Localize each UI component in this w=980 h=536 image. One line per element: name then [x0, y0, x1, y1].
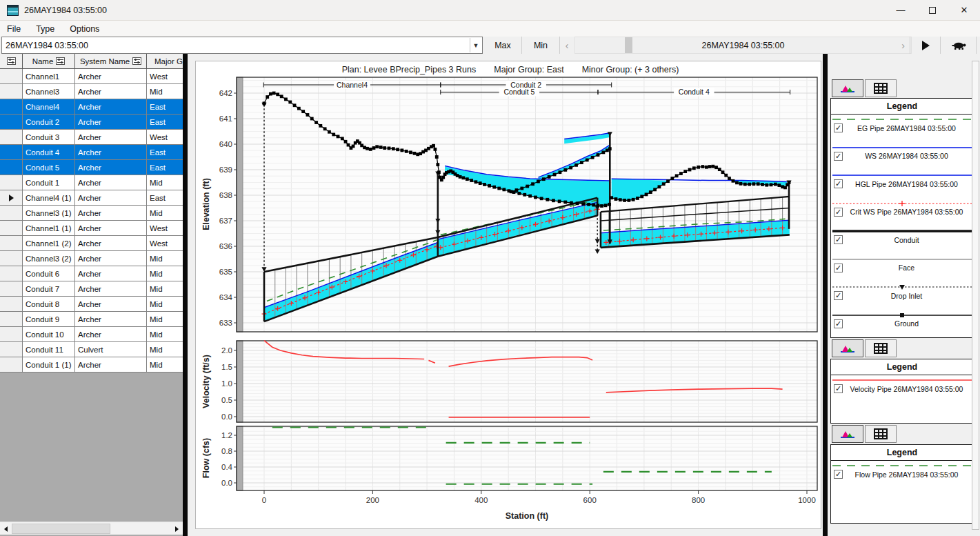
legend-item: ✓WS 26MAY1984 03:55:00 [831, 143, 973, 171]
legend-sample-line [831, 143, 973, 152]
legend-item-label: Velocity Pipe 26MAY1984 03:55:00 [843, 385, 970, 393]
svg-text:642: 642 [219, 89, 232, 97]
legend-checkbox[interactable]: ✓ [834, 235, 843, 244]
legend-title: Legend [831, 359, 973, 375]
svg-text:1.5: 1.5 [221, 363, 232, 371]
legend-checkbox[interactable]: ✓ [834, 291, 843, 300]
legend-sample-line [831, 461, 973, 470]
legend-sample-line [831, 375, 973, 384]
legend-checkbox[interactable]: ✓ [834, 319, 843, 328]
svg-text:1000: 1000 [798, 496, 816, 504]
legend-item: ✓Velocity Pipe 26MAY1984 03:55:00 [831, 375, 973, 414]
svg-text:Channel4: Channel4 [337, 81, 368, 89]
legend-item-label: HGL Pipe 26MAY1984 03:55:00 [843, 180, 970, 188]
legend-sample-line [831, 310, 973, 319]
svg-text:Conduit 4: Conduit 4 [679, 88, 710, 96]
table-icon [874, 83, 888, 94]
legend-sample-line [831, 170, 973, 179]
table-view-tab[interactable] [865, 425, 897, 443]
legend-sample-line [831, 226, 973, 235]
legend-checkbox[interactable]: ✓ [834, 264, 843, 272]
svg-text:635: 635 [219, 268, 232, 276]
legend-sample-line [831, 115, 973, 123]
svg-text:Station (ft): Station (ft) [506, 511, 548, 521]
legend-item-label: WS 26MAY1984 03:55:00 [843, 152, 970, 160]
legend-item-label: Flow Pipe 26MAY1984 03:55:00 [843, 470, 970, 479]
legend-checkbox[interactable]: ✓ [834, 384, 843, 393]
legend-item-label: EG Pipe 26MAY1984 03:55:00 [843, 124, 970, 132]
splitter-right[interactable] [823, 54, 828, 536]
chart-icon [840, 343, 855, 354]
svg-text:636: 636 [219, 242, 232, 250]
svg-text:1.0: 1.0 [221, 379, 232, 388]
svg-text:641: 641 [219, 115, 232, 123]
svg-text:0.0: 0.0 [221, 479, 232, 487]
table-view-tab[interactable] [865, 339, 897, 357]
legend-sample-line [831, 282, 973, 291]
legend-box: Legend✓EG Pipe 26MAY1984 03:55:00✓WS 26M… [830, 98, 974, 338]
svg-text:638: 638 [219, 191, 232, 199]
legend-checkbox[interactable]: ✓ [834, 152, 843, 161]
svg-text:Flow (cfs): Flow (cfs) [201, 438, 211, 478]
chart-icon [840, 83, 855, 94]
legend-tab-row [832, 79, 897, 97]
svg-text:0.8: 0.8 [221, 447, 232, 455]
legend-item: ✓Crit WS Pipe 26MAY1984 03:55:00 [831, 199, 973, 227]
legend-title: Legend [831, 445, 973, 461]
svg-text:0.4: 0.4 [221, 463, 233, 471]
svg-text:640: 640 [219, 140, 232, 148]
legend-tab-row [832, 425, 897, 443]
svg-text:0: 0 [262, 496, 266, 504]
svg-text:2.0: 2.0 [221, 346, 232, 355]
legend-scrollbar[interactable] [972, 61, 979, 530]
main-area: NameSystem NameMajor GroupChannel1Archer… [0, 54, 980, 536]
legend-panel: Legend✓EG Pipe 26MAY1984 03:55:00✓WS 26M… [828, 54, 980, 536]
table-view-tab[interactable] [865, 79, 897, 97]
svg-text:634: 634 [219, 293, 233, 301]
legend-item-label: Drop Inlet [843, 292, 970, 300]
flow-plot [237, 426, 817, 490]
table-icon [874, 428, 888, 439]
legend-item-label: Conduit [843, 236, 970, 244]
legend-item: ✓Ground [831, 310, 973, 339]
legend-box: Legend✓Velocity Pipe 26MAY1984 03:55:00 [830, 359, 974, 424]
svg-text:637: 637 [219, 217, 232, 225]
legend-checkbox[interactable]: ✓ [834, 208, 843, 217]
svg-text:639: 639 [219, 166, 232, 174]
legend-checkbox[interactable]: ✓ [834, 470, 843, 479]
svg-text:Elevation (ft): Elevation (ft) [201, 178, 211, 230]
legend-checkbox[interactable]: ✓ [834, 123, 843, 132]
legend-item: ✓EG Pipe 26MAY1984 03:55:00 [831, 115, 973, 143]
legend-item-label: Crit WS Pipe 26MAY1984 03:55:00 [843, 208, 970, 216]
svg-text:800: 800 [692, 496, 705, 504]
chart-view-tab[interactable] [832, 79, 863, 97]
svg-text:200: 200 [366, 496, 379, 504]
legend-tab-row [832, 339, 897, 357]
vel-plot [237, 341, 817, 422]
legend-item-label: Ground [843, 319, 970, 328]
legend-item: ✓Flow Pipe 26MAY1984 03:55:00 [831, 461, 973, 502]
chart-view-tab[interactable] [832, 425, 863, 443]
svg-text:600: 600 [583, 496, 597, 504]
legend-item: ✓Drop Inlet [831, 282, 973, 310]
chart-icon [840, 428, 855, 439]
svg-text:633: 633 [219, 319, 232, 327]
legend-item: ✓Face [831, 255, 973, 283]
legend-box: Legend✓Flow Pipe 26MAY1984 03:55:00 [830, 444, 974, 524]
table-icon [874, 343, 888, 354]
legend-sample-line [831, 199, 973, 208]
svg-text:400: 400 [474, 496, 488, 504]
svg-text:Velocity (ft/s): Velocity (ft/s) [201, 355, 211, 408]
legend-sample-line [831, 255, 973, 264]
chart-view-tab[interactable] [832, 339, 863, 357]
svg-text:Conduit 5: Conduit 5 [503, 88, 534, 96]
svg-text:0.0: 0.0 [221, 413, 232, 421]
svg-text:1.2: 1.2 [221, 431, 232, 439]
legend-item-label: Face [843, 264, 970, 272]
legend-title: Legend [831, 99, 973, 115]
legend-item: ✓HGL Pipe 26MAY1984 03:55:00 [831, 170, 973, 199]
svg-text:0.5: 0.5 [221, 396, 232, 404]
legend-item: ✓Conduit [831, 226, 973, 255]
legend-checkbox[interactable]: ✓ [834, 179, 843, 188]
